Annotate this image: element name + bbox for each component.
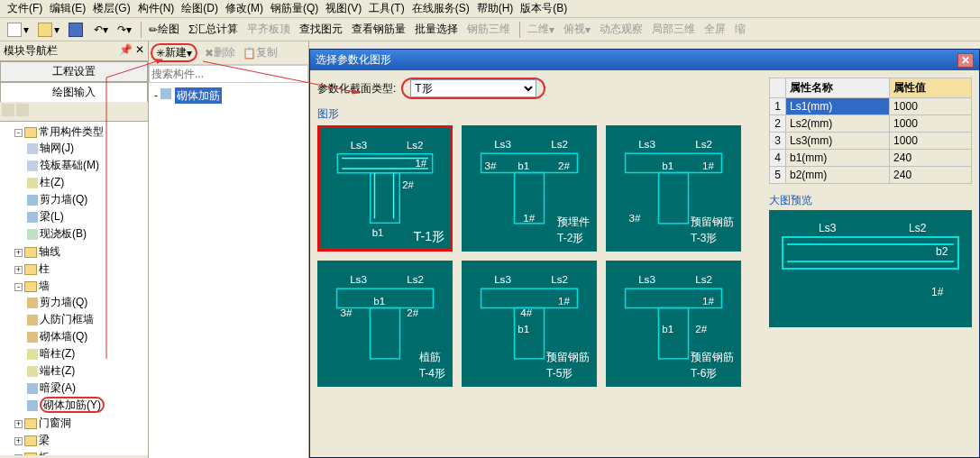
rebar-view-button[interactable]: 查看钢筋量 <box>348 20 409 39</box>
menu-file[interactable]: 文件(F) <box>4 0 46 18</box>
table-row[interactable]: 1Ls1(mm)1000 <box>770 98 972 115</box>
svg-text:2#: 2# <box>695 323 707 334</box>
menu-floor[interactable]: 楼层(G) <box>89 0 133 18</box>
shape-t6[interactable]: Ls3Ls21#b12# 预留钢筋T-6形 <box>606 261 741 387</box>
svg-text:b1: b1 <box>662 160 673 171</box>
tab-project[interactable]: 工程设置 <box>0 61 148 82</box>
type-label: 参数化截面类型: <box>317 81 396 96</box>
shape-t4[interactable]: Ls3Ls23#b12# 植筋T-4形 <box>317 261 453 387</box>
menu-version[interactable]: 版本号(B) <box>517 0 571 18</box>
main-toolbar: ▾ ▾ ↶▾ ↷▾ ✏ 绘图 Σ 汇总计算 平齐板顶 查找图元 查看钢筋量 批量… <box>0 18 980 41</box>
close-sidebar-icon[interactable]: ✕ <box>135 43 144 56</box>
svg-text:Ls3: Ls3 <box>819 222 837 234</box>
part3d-button[interactable]: 局部三维 <box>648 20 699 39</box>
tree-btn2[interactable] <box>16 104 29 116</box>
undo-button[interactable]: ↶▾ <box>90 22 112 38</box>
sidebar: 模块导航栏 📌 ✕ 工程设置 绘图输入 -常用构件类型 轴网(J) 筏板基础(M… <box>0 41 149 458</box>
new-component-button[interactable]: ✳ 新建▾ <box>151 43 197 62</box>
menu-view[interactable]: 视图(V) <box>322 0 365 18</box>
menu-online[interactable]: 在线服务(S) <box>408 0 473 18</box>
batch-button[interactable]: 批量选择 <box>411 20 462 39</box>
svg-text:2#: 2# <box>558 160 570 171</box>
redo-button[interactable]: ↷▾ <box>114 22 135 38</box>
svg-text:b1: b1 <box>517 323 529 334</box>
svg-text:Ls3: Ls3 <box>638 273 655 285</box>
dialog-title: 选择参数化图形 <box>316 52 391 68</box>
svg-text:Ls2: Ls2 <box>909 222 927 234</box>
shape-t1[interactable]: Ls3Ls21#2#b1 T-1形 <box>317 125 453 252</box>
svg-text:2#: 2# <box>402 179 414 190</box>
menu-component[interactable]: 构件(N) <box>134 0 179 18</box>
delete-component-button[interactable]: ✖ 删除 <box>205 45 235 60</box>
find-button[interactable]: 查找图元 <box>296 20 346 39</box>
svg-text:b1: b1 <box>372 227 384 238</box>
svg-text:4#: 4# <box>520 307 532 318</box>
close-icon[interactable]: ✕ <box>957 53 974 68</box>
shape-t2[interactable]: Ls3Ls23#b12#1# 预埋件T-2形 <box>462 125 597 252</box>
svg-rect-23 <box>370 308 399 359</box>
menu-bar: 文件(F) 编辑(E) 楼层(G) 构件(N) 绘图(D) 修改(M) 钢筋量(… <box>0 0 980 18</box>
tree-btn1[interactable] <box>2 104 14 116</box>
property-table[interactable]: 属性名称属性值 1Ls1(mm)1000 2Ls2(mm)1000 3Ls3(m… <box>769 78 972 184</box>
pin-icon[interactable]: 📌 <box>119 43 133 56</box>
component-node[interactable]: - 砌体加筋 <box>152 87 305 105</box>
svg-text:Ls2: Ls2 <box>407 273 424 285</box>
svg-text:Ls2: Ls2 <box>695 138 712 150</box>
preview-label: 大图预览 <box>769 193 972 208</box>
svg-text:1#: 1# <box>416 158 427 169</box>
zoom-button[interactable]: 缩 <box>731 20 749 39</box>
svg-rect-16 <box>658 173 688 224</box>
rebar3d-button[interactable]: 钢筋三维 <box>463 20 514 39</box>
full-button[interactable]: 全屏 <box>701 20 729 39</box>
svg-text:Ls2: Ls2 <box>551 273 568 285</box>
svg-rect-43 <box>783 237 958 269</box>
preview-panel: Ls3Ls2b21# <box>769 210 972 327</box>
new-file-button[interactable]: ▾ <box>4 21 32 39</box>
shapes-label: 图形 <box>317 106 762 122</box>
svg-text:1#: 1# <box>558 295 570 307</box>
table-row[interactable]: 5b2(mm)240 <box>770 167 972 184</box>
component-tree[interactable]: -常用构件类型 轴网(J) 筏板基础(M) 柱(Z) 剪力墙(Q) 梁(L) 现… <box>0 122 148 455</box>
open-button[interactable]: ▾ <box>34 21 63 39</box>
flat-button[interactable]: 平齐板顶 <box>243 20 294 39</box>
shape-t5[interactable]: Ls3Ls24#1#b1 预留钢筋T-5形 <box>462 261 597 387</box>
svg-text:Ls2: Ls2 <box>695 273 712 285</box>
sidebar-title: 模块导航栏 <box>4 43 58 59</box>
shape-t3[interactable]: Ls3Ls2b11#3# 预留钢筋T-3形 <box>606 125 741 252</box>
svg-text:1#: 1# <box>523 212 535 224</box>
search-input[interactable] <box>149 65 308 83</box>
tree-reinforcement[interactable]: 砌体加筋(Y) <box>27 397 146 414</box>
menu-modify[interactable]: 修改(M) <box>222 0 267 18</box>
svg-text:Ls3: Ls3 <box>494 138 511 150</box>
menu-help[interactable]: 帮助(H) <box>473 0 517 18</box>
look-button[interactable]: 俯视▾ <box>560 20 594 39</box>
copy-component-button[interactable]: 📋 复制 <box>243 45 278 60</box>
menu-tool[interactable]: 工具(T) <box>365 0 408 18</box>
param-shape-dialog: 选择参数化图形 ✕ 参数化截面类型: T形 图形 Ls3Ls21#2#b1 T-… <box>309 49 980 458</box>
svg-text:Ls2: Ls2 <box>407 140 424 151</box>
save-button[interactable] <box>65 21 88 39</box>
dyn-button[interactable]: 动态观察 <box>596 20 646 39</box>
component-list-panel: ✳ 新建▾ ✖ 删除 📋 复制 - 砌体加筋 <box>149 41 309 458</box>
dim2-button[interactable]: 二维▾ <box>524 20 558 39</box>
svg-text:b1: b1 <box>517 160 529 171</box>
svg-text:1#: 1# <box>931 286 944 298</box>
svg-text:Ls3: Ls3 <box>351 140 368 151</box>
svg-text:1#: 1# <box>702 160 714 171</box>
svg-text:b2: b2 <box>936 245 948 258</box>
sum-button[interactable]: Σ 汇总计算 <box>185 20 242 39</box>
menu-draw[interactable]: 绘图(D) <box>178 0 222 18</box>
table-row[interactable]: 3Ls3(mm)1000 <box>770 133 972 150</box>
tab-drawing[interactable]: 绘图输入 <box>0 82 148 102</box>
table-row[interactable]: 4b1(mm)240 <box>770 150 972 167</box>
svg-text:2#: 2# <box>407 307 418 318</box>
type-select[interactable]: T形 <box>410 79 536 97</box>
draw-button[interactable]: ✏ 绘图 <box>145 20 183 39</box>
svg-text:Ls3: Ls3 <box>350 273 367 285</box>
menu-edit[interactable]: 编辑(E) <box>46 0 89 18</box>
svg-text:3#: 3# <box>628 212 640 224</box>
table-row[interactable]: 2Ls2(mm)1000 <box>770 115 972 133</box>
svg-text:Ls3: Ls3 <box>638 138 655 150</box>
svg-text:Ls3: Ls3 <box>494 273 511 285</box>
menu-rebar[interactable]: 钢筋量(Q) <box>267 0 322 18</box>
